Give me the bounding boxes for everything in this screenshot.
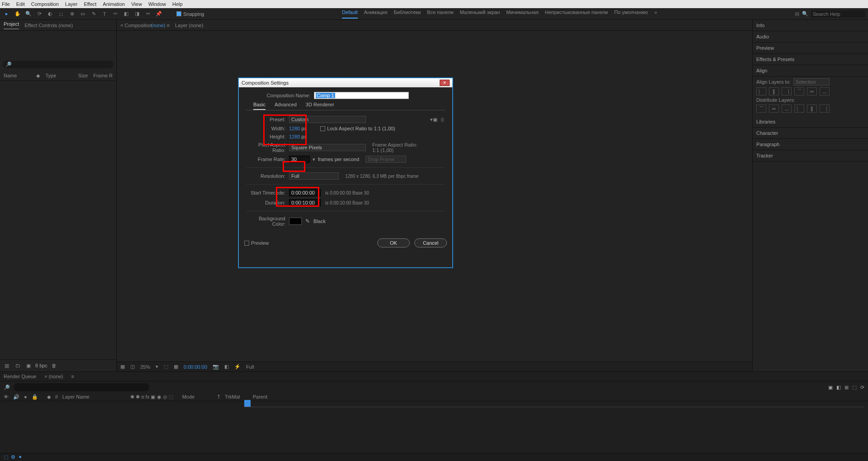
tl-mode[interactable]: Mode xyxy=(182,394,195,400)
dist-right-button[interactable]: ⎹ xyxy=(820,105,830,113)
workspace-libraries[interactable]: Библиотеки xyxy=(394,10,421,19)
align-panel[interactable]: Align xyxy=(753,65,868,76)
layer-tab[interactable]: Layer (none) xyxy=(175,23,203,28)
col-type[interactable]: Type xyxy=(45,73,72,79)
align-vcenter-button[interactable]: ═ xyxy=(807,87,817,95)
trash-icon[interactable]: 🗑 xyxy=(50,362,58,369)
camera-tool-icon[interactable]: □ xyxy=(57,10,65,18)
width-value[interactable]: 1280 xyxy=(289,126,300,131)
tl-t[interactable]: T xyxy=(217,394,220,400)
composition-tab[interactable]: × Composition (none) ≡ xyxy=(120,23,170,28)
tl-btn-5[interactable]: ⟳ xyxy=(860,385,864,390)
resolution-select[interactable]: Full xyxy=(289,172,339,180)
eyedropper-icon[interactable]: ✎ xyxy=(305,218,310,224)
tracker-panel[interactable]: Tracker xyxy=(753,150,868,162)
tl-btn-4[interactable]: ⬚ xyxy=(852,385,857,390)
tab-advanced[interactable]: Advanced xyxy=(275,102,297,110)
timeline-search-input[interactable] xyxy=(14,383,149,391)
libraries-panel[interactable]: Libraries xyxy=(753,116,868,128)
fast-preview-icon[interactable]: ⚡ xyxy=(234,364,241,370)
project-body[interactable] xyxy=(0,81,116,359)
tl-speaker-icon[interactable]: 🔊 xyxy=(13,394,19,400)
resolution-value[interactable]: Full xyxy=(246,364,254,370)
tl-btn-2[interactable]: ◧ xyxy=(836,385,841,390)
roto-tool-icon[interactable]: ✂ xyxy=(144,10,152,18)
region-icon[interactable]: ◧ xyxy=(224,364,229,370)
brush-tool-icon[interactable]: ✏ xyxy=(111,10,119,18)
dist-vcenter-button[interactable]: ═ xyxy=(769,105,779,113)
project-search-input[interactable] xyxy=(12,62,111,67)
panel-menu-icon[interactable]: ▤ xyxy=(795,11,799,17)
align-right-button[interactable]: ⎹ xyxy=(782,87,792,95)
timeline-area[interactable] xyxy=(0,401,868,453)
workspace-default[interactable]: Default xyxy=(342,10,358,19)
timecode-display[interactable]: 0:00:00:00 xyxy=(184,364,207,370)
cancel-button[interactable]: Cancel xyxy=(414,238,447,247)
menu-file[interactable]: File xyxy=(2,1,10,7)
interpret-icon[interactable]: ▥ xyxy=(3,362,11,369)
col-label-icon[interactable]: ◆ xyxy=(36,73,40,79)
ok-button[interactable]: OK xyxy=(377,238,410,247)
preset-select[interactable]: Custom xyxy=(289,116,366,123)
dist-left-button[interactable]: ⎸ xyxy=(794,105,804,113)
zoom-tool-icon[interactable]: 🔍 xyxy=(24,10,33,18)
workspace-small-screen[interactable]: Маленький экран xyxy=(460,10,500,19)
search-help-input[interactable] xyxy=(811,10,865,18)
preview-checkbox[interactable]: Preview xyxy=(244,240,269,246)
info-panel[interactable]: Info xyxy=(753,20,868,31)
effects-presets-panel[interactable]: Effects & Presets xyxy=(753,54,868,65)
align-hcenter-button[interactable]: ∥ xyxy=(769,87,779,95)
tl-parent[interactable]: Parent xyxy=(253,394,267,400)
menu-view[interactable]: View xyxy=(131,1,142,7)
align-to-select[interactable]: Selection xyxy=(793,78,830,86)
menu-edit[interactable]: Edit xyxy=(16,1,25,7)
workspace-standard[interactable]: По умолчанию xyxy=(614,10,648,19)
tl-layer-name[interactable]: Layer Name xyxy=(62,394,90,400)
grid-icon[interactable]: ▦ xyxy=(120,364,125,370)
project-search[interactable]: 🔎 xyxy=(3,61,114,68)
tl-eye-icon[interactable]: 👁 xyxy=(4,394,9,400)
menu-animation[interactable]: Animation xyxy=(103,1,125,7)
workspace-animation[interactable]: Анимация xyxy=(364,10,388,19)
timeline-none-tab[interactable]: × (none) xyxy=(44,374,63,379)
framerate-caret-icon[interactable]: ▾ xyxy=(313,157,315,162)
dialog-close-button[interactable]: ✕ xyxy=(440,80,450,86)
res-toggle-icon[interactable]: ▾ xyxy=(156,364,158,370)
snapping-checkbox[interactable]: Snapping xyxy=(176,11,204,17)
camera-icon[interactable]: 📷 xyxy=(213,364,219,370)
duration-input[interactable] xyxy=(289,199,321,206)
zoom-value[interactable]: 25% xyxy=(140,364,150,370)
orbit-tool-icon[interactable]: ⟳ xyxy=(35,10,43,18)
tl-lock-icon[interactable]: 🔒 xyxy=(32,394,38,400)
time-indicator[interactable] xyxy=(244,400,251,407)
pen-tool-icon[interactable]: ✎ xyxy=(90,10,98,18)
bpc-label[interactable]: 8 bpc xyxy=(35,363,47,368)
hand-tool-icon[interactable]: ✋ xyxy=(14,10,22,18)
tab-3d-renderer[interactable]: 3D Renderer xyxy=(306,102,334,110)
new-folder-icon[interactable]: 🗀 xyxy=(14,362,22,369)
effect-controls-tab[interactable]: Effect Controls (none) xyxy=(24,23,73,28)
eraser-tool-icon[interactable]: ◨ xyxy=(133,10,141,18)
preset-trash-icon[interactable]: 🗑 xyxy=(440,117,445,122)
tl-label-icon[interactable]: ◆ xyxy=(47,394,51,400)
menu-layer[interactable]: Layer xyxy=(65,1,78,7)
preview-panel[interactable]: Preview xyxy=(753,43,868,54)
menu-help[interactable]: Help xyxy=(172,1,183,7)
selection-tool-icon[interactable]: ▸ xyxy=(3,10,11,18)
workspace-minimal[interactable]: Минимальная xyxy=(506,10,539,19)
workspace-more-icon[interactable]: » xyxy=(654,10,657,19)
drop-frame-select[interactable]: Drop Frame xyxy=(365,156,406,163)
dist-top-button[interactable]: ⎴ xyxy=(756,105,766,113)
paragraph-panel[interactable]: Paragraph xyxy=(753,139,868,150)
menu-composition[interactable]: Composition xyxy=(31,1,59,7)
tl-trkmat[interactable]: TrkMat xyxy=(225,394,240,400)
rotate-tool-icon[interactable]: ◐ xyxy=(46,10,54,18)
workspace-all-panels[interactable]: Все панели xyxy=(427,10,453,19)
bgcolor-swatch[interactable] xyxy=(289,218,302,225)
lock-aspect-checkbox[interactable]: Lock Aspect Ratio to 1:1 (1,00) xyxy=(320,126,395,131)
align-top-button[interactable]: ⎴ xyxy=(794,87,804,95)
dialog-titlebar[interactable]: Composition Settings ✕ xyxy=(239,78,452,87)
mask-icon[interactable]: ◫ xyxy=(130,364,135,370)
tl-btn-3[interactable]: ⊞ xyxy=(844,385,849,390)
new-comp-icon[interactable]: ▣ xyxy=(24,362,33,369)
